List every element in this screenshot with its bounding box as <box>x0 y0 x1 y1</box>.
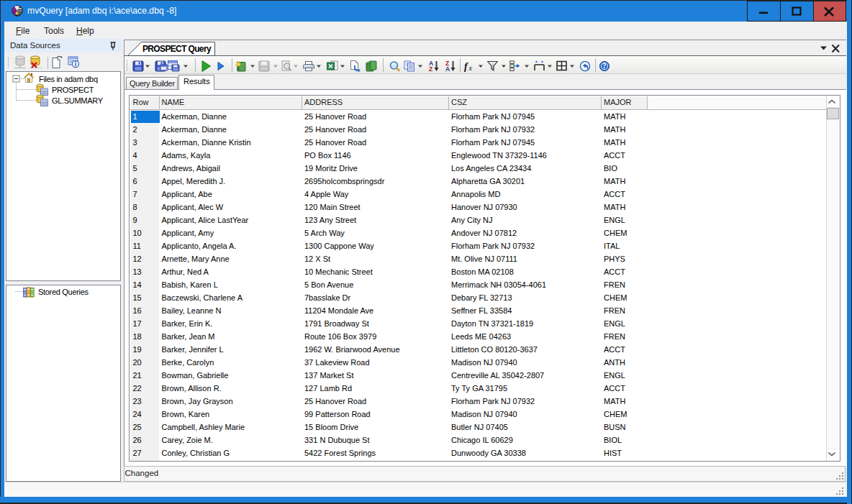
svg-text:x: x <box>468 64 473 72</box>
svg-text:A: A <box>445 65 450 73</box>
svg-text:Z: Z <box>429 65 432 73</box>
svg-text:?: ? <box>603 63 607 70</box>
svg-text:f: f <box>464 61 468 72</box>
